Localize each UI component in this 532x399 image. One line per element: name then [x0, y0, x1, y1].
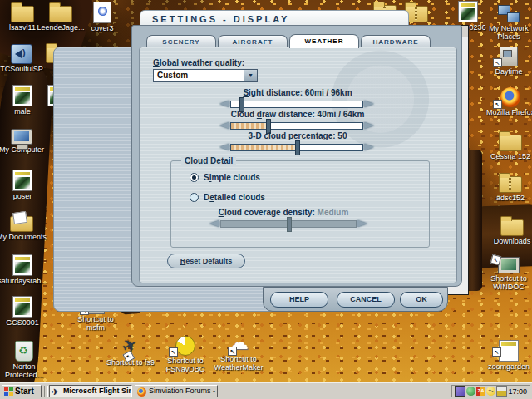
firefox-icon: [137, 387, 146, 397]
windoc-icon: [498, 257, 520, 273]
desktop-icon-mozilla-firefox[interactable]: Mozilla Firefox: [485, 86, 532, 116]
simple-clouds-label[interactable]: Simple clouds: [204, 173, 260, 182]
folder-icon: [500, 219, 524, 236]
help-button[interactable]: HELP: [270, 292, 328, 308]
reset-defaults-button[interactable]: Reset Defaults: [167, 254, 245, 268]
system-tray: ZA +- 17:00: [451, 385, 530, 397]
start-button[interactable]: Start: [2, 385, 42, 397]
slider-thumb: [287, 217, 292, 232]
photo-file-icon: [499, 340, 519, 362]
firefox-icon: [500, 87, 520, 107]
global-weather-quality-label: Global weather quality:: [153, 58, 244, 67]
chevron-down-icon[interactable]: ▼: [244, 70, 257, 81]
cloud-detail-group-label: Cloud Detail: [181, 156, 236, 165]
slider-thumb[interactable]: [295, 140, 300, 155]
settings-display-dialog: SCENERY AIRCRAFT WEATHER HARDWARE Global…: [131, 25, 462, 287]
cancel-button[interactable]: CANCEL: [337, 292, 395, 308]
sight-distance-label: Sight distance: 60mi / 96km: [190, 88, 406, 97]
tab-weather[interactable]: WEATHER: [289, 34, 359, 48]
battery-tray-icon[interactable]: [496, 386, 507, 397]
document-icon: [93, 2, 111, 23]
desktop-icon-shortcut-weathermaker[interactable]: ☁ Shortcut to WeatherMaker: [213, 332, 264, 372]
desktop: lsasvl11 LeendeJage... cover3 TCSoulfulS…: [0, 0, 532, 399]
task-button-flight-simulator[interactable]: ✈ Microsoft Flight Simu...: [49, 385, 132, 397]
detailed-clouds-label[interactable]: Detailed clouds: [204, 193, 265, 202]
taskbar-separator: [44, 386, 48, 397]
speaker-icon: [11, 44, 32, 64]
desktop-icon-poser[interactable]: poser: [0, 169, 48, 200]
network-icon: [498, 3, 520, 23]
tab-hardware[interactable]: HARDWARE: [361, 35, 431, 47]
desktop-icon-daytime[interactable]: Daytime: [483, 45, 532, 76]
display-tray-icon[interactable]: [455, 386, 466, 397]
dropdown-value: Custom: [157, 71, 188, 80]
photo-file-icon: [458, 1, 478, 22]
cloud-coverage-density-slider: [209, 220, 367, 228]
my-documents-icon: [10, 216, 33, 232]
desktop-icon-my-computer[interactable]: My Computer: [0, 127, 47, 154]
desktop-icon-my-documents[interactable]: My Documents: [0, 210, 47, 241]
cloud-icon: ☁: [226, 332, 251, 354]
sight-distance-slider[interactable]: [219, 101, 374, 108]
global-weather-quality-dropdown[interactable]: Custom ▼: [153, 69, 258, 82]
desktop-icon-adsc152[interactable]: adsc152: [485, 171, 532, 202]
cloud-percentage-label: 3-D cloud percentage: 50: [190, 131, 406, 140]
airplane-icon: ✈: [52, 387, 61, 397]
airplane-icon: ✈: [115, 331, 147, 362]
folder-icon: [11, 6, 34, 22]
photo-file-icon: [12, 85, 32, 106]
cloud-coverage-density-label: Cloud coverage density: Medium: [188, 208, 379, 217]
tab-aircraft[interactable]: AIRCRAFT: [218, 35, 288, 47]
app-icon: [500, 47, 518, 66]
ok-button[interactable]: OK: [400, 292, 443, 308]
desktop-icon-my-network-places[interactable]: My Network Places: [483, 2, 532, 41]
desktop-icon-gcs0001[interactable]: GCS0001: [0, 295, 48, 327]
folder-icon: [49, 6, 72, 22]
desktop-icon-cover3[interactable]: cover3: [76, 1, 128, 32]
clock: 17:00: [508, 387, 527, 396]
taskbar: Start ✈ Microsoft Flight Simu... Simviat…: [0, 382, 532, 399]
desktop-icon-shortcut-fs9[interactable]: ✈ Shortcut to fs9: [105, 336, 156, 367]
computer-icon: [11, 129, 32, 145]
cloud-detail-groupbox: Cloud Detail Simple clouds Detailed clou…: [170, 160, 430, 248]
green-app-tray-icon[interactable]: [466, 387, 475, 396]
dialog-titlebar[interactable]: SETTINGS - DISPLAY: [140, 10, 409, 27]
cloud-draw-distance-label: Cloud draw distance: 40mi / 64km: [190, 110, 406, 119]
fsnav-icon: [175, 336, 195, 356]
smiley-tray-icon[interactable]: +-: [486, 387, 495, 396]
desktop-icon-shortcut-fsnavdbc[interactable]: Shortcut to FSNavDBC: [160, 334, 211, 373]
desktop-icon-norton-recycle-bin[interactable]: Norton Protected...: [0, 339, 50, 379]
dialog-button-bar: HELP CANCEL OK: [263, 287, 448, 312]
desktop-icon-zoomgarden[interactable]: zoomgarden: [483, 339, 532, 371]
desktop-icon-shortcut-windoc[interactable]: Shortcut to WINDOC: [483, 254, 532, 291]
photo-file-icon: [12, 170, 32, 191]
recycle-bin-icon: [15, 341, 33, 362]
windows-logo-icon: [4, 387, 13, 396]
weather-tab-panel: Global weather quality: Custom ▼ Sight d…: [139, 47, 457, 283]
desktop-icon-saturdaysrab[interactable]: saturdaysrab...: [0, 254, 48, 285]
desktop-icon-cessna-152[interactable]: Cessna 152: [485, 130, 532, 160]
photo-file-icon: [12, 254, 32, 276]
cloud-draw-distance-slider[interactable]: [219, 122, 374, 130]
simple-clouds-radio[interactable]: [190, 173, 199, 182]
zonealarm-tray-icon[interactable]: ZA: [476, 387, 485, 396]
zip-folder-icon: [499, 176, 522, 193]
cloud-coverage-value: Medium: [318, 208, 349, 217]
desktop-icon-downloads[interactable]: Downloads: [486, 214, 532, 245]
tab-scenery[interactable]: SCENERY: [146, 35, 216, 47]
folder-icon: [499, 135, 522, 151]
cloud-percentage-slider[interactable]: [219, 144, 374, 151]
photo-file-icon: [12, 296, 32, 318]
detailed-clouds-radio[interactable]: [190, 193, 199, 202]
task-button-simviation-forums[interactable]: Simviation Forums - Mayb...: [135, 385, 218, 397]
